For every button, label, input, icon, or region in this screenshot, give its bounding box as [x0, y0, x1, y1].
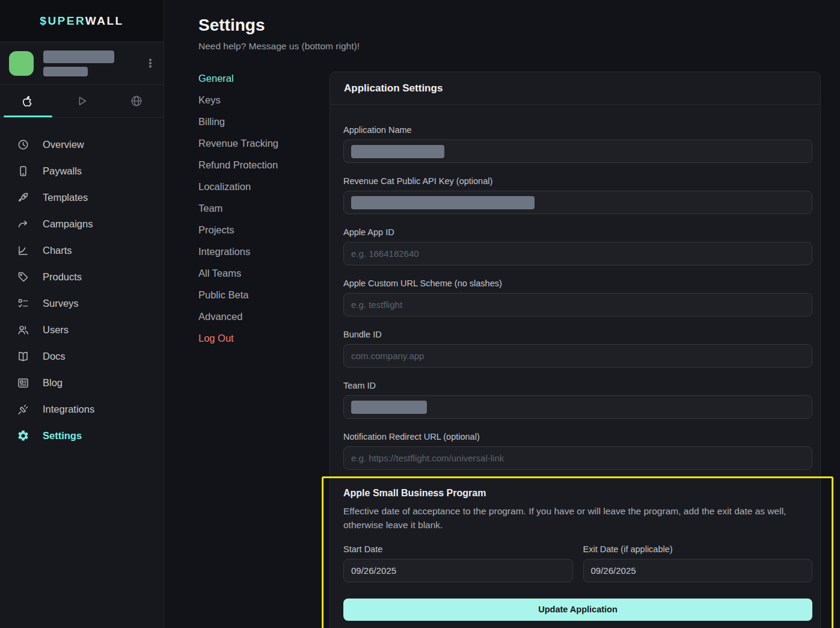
settings-icon: [17, 429, 29, 442]
sidebar-item-label: Blog: [43, 377, 63, 389]
field-input-redacted[interactable]: [343, 140, 812, 163]
sidebar-item-blog[interactable]: Blog: [0, 369, 164, 396]
start-date-input[interactable]: [343, 559, 573, 582]
settings-nav: GeneralKeysBillingRevenue TrackingRefund…: [198, 72, 330, 354]
app-root: $UPERWALL OverviewPaywallsTemplatesCampa…: [0, 0, 840, 628]
sidebar-item-charts[interactable]: Charts: [0, 237, 164, 263]
users-icon: [17, 324, 29, 336]
settings-nav-refund-protection[interactable]: Refund Protection: [198, 159, 330, 171]
card-title: Application Settings: [330, 72, 820, 105]
sidebar-item-label: Docs: [43, 351, 66, 362]
redacted-account-name: [43, 51, 114, 63]
sidebar-item-campaigns[interactable]: Campaigns: [0, 211, 164, 237]
docs-icon: [17, 350, 29, 363]
field-bundle-id: Bundle ID: [343, 330, 812, 368]
sidebar-item-surveys[interactable]: Surveys: [0, 290, 164, 316]
paywalls-icon: [17, 165, 29, 177]
sidebar: $UPERWALL OverviewPaywallsTemplatesCampa…: [0, 0, 164, 628]
settings-nav-advanced[interactable]: Advanced: [198, 311, 330, 322]
field-label: Apple Custom URL Scheme (no slashes): [343, 279, 812, 288]
sidebar-item-docs[interactable]: Docs: [0, 343, 164, 369]
settings-nav-keys[interactable]: Keys: [198, 94, 330, 106]
tab-platform-globe[interactable]: [109, 85, 164, 117]
settings-nav-general[interactable]: General: [198, 73, 330, 84]
date-row: Start Date Exit Date (if applicable): [343, 544, 812, 582]
field-label: Team ID: [343, 381, 812, 390]
settings-nav-team[interactable]: Team: [198, 203, 330, 214]
exit-date-label: Exit Date (if applicable): [583, 544, 813, 554]
page-title: Settings: [198, 16, 840, 35]
sidebar-item-products[interactable]: Products: [0, 263, 164, 290]
settings-nav-billing[interactable]: Billing: [198, 116, 330, 128]
sidebar-item-label: Surveys: [43, 298, 79, 309]
sidebar-item-label: Paywalls: [43, 165, 82, 177]
small-business-section: Apple Small Business Program Effective d…: [343, 488, 812, 621]
sidebar-item-label: Overview: [43, 139, 84, 150]
apple-icon: [20, 94, 34, 108]
field-label: Revenue Cat Public API Key (optional): [343, 176, 812, 186]
sidebar-item-label: Campaigns: [43, 218, 93, 230]
field-label: Application Name: [343, 125, 812, 135]
campaigns-icon: [17, 218, 29, 230]
charts-icon: [17, 244, 29, 257]
sidebar-item-integrations[interactable]: Integrations: [0, 396, 164, 422]
field-input[interactable]: [343, 242, 812, 265]
field-input[interactable]: [343, 344, 812, 368]
sidebar-item-overview[interactable]: Overview: [0, 131, 164, 158]
sidebar-item-label: Settings: [43, 430, 82, 442]
exit-date-field: Exit Date (if applicable): [583, 544, 813, 582]
templates-icon: [17, 191, 29, 204]
main-content: Settings Need help? Message us (bottom r…: [164, 0, 840, 628]
sidebar-nav: OverviewPaywallsTemplatesCampaignsCharts…: [0, 118, 164, 449]
settings-nav-revenue-tracking[interactable]: Revenue Tracking: [198, 138, 330, 149]
settings-nav-log-out[interactable]: Log Out: [198, 333, 330, 344]
settings-nav-integrations[interactable]: Integrations: [198, 246, 330, 257]
settings-nav-localization[interactable]: Localization: [198, 181, 330, 192]
surveys-icon: [17, 297, 29, 310]
logo-accent-text: $UPER: [40, 14, 85, 27]
page-subtitle: Need help? Message us (bottom right)!: [198, 41, 840, 52]
google-play-icon: [75, 94, 88, 108]
tab-platform-google-play[interactable]: [55, 85, 109, 117]
redacted-value: [351, 401, 427, 414]
sidebar-item-settings[interactable]: Settings: [0, 422, 164, 449]
field-input-redacted[interactable]: [343, 191, 812, 214]
field-notification-redirect-url-optional-: Notification Redirect URL (optional): [343, 432, 812, 470]
field-input[interactable]: [343, 446, 812, 470]
fields-container: Application NameRevenue Cat Public API K…: [343, 125, 812, 470]
sidebar-item-paywalls[interactable]: Paywalls: [0, 158, 164, 184]
small-business-title: Apple Small Business Program: [343, 488, 812, 499]
avatar: [9, 51, 34, 76]
exit-date-input[interactable]: [583, 559, 813, 582]
settings-nav-public-beta[interactable]: Public Beta: [198, 289, 330, 301]
overview-icon: [17, 138, 29, 151]
field-label: Bundle ID: [343, 330, 812, 339]
sidebar-item-label: Users: [43, 324, 69, 336]
account-name-redacted: [43, 51, 135, 76]
field-input[interactable]: [343, 293, 812, 316]
sidebar-item-label: Charts: [43, 245, 72, 256]
settings-nav-projects[interactable]: Projects: [198, 224, 330, 236]
account-switcher[interactable]: [0, 42, 164, 85]
kebab-menu-icon[interactable]: [144, 57, 156, 69]
content-row: GeneralKeysBillingRevenue TrackingRefund…: [198, 72, 840, 628]
redacted-value: [351, 145, 444, 158]
sidebar-item-label: Products: [43, 271, 82, 283]
settings-nav-all-teams[interactable]: All Teams: [198, 268, 330, 279]
field-revenue-cat-public-api-key-optional-: Revenue Cat Public API Key (optional): [343, 176, 812, 214]
card-body: Application NameRevenue Cat Public API K…: [330, 105, 820, 628]
application-settings-card: Application Settings Application NameRev…: [330, 72, 821, 628]
update-application-button[interactable]: Update Application: [343, 599, 812, 621]
field-apple-app-id: Apple App ID: [343, 227, 812, 265]
sidebar-item-users[interactable]: Users: [0, 316, 164, 343]
start-date-label: Start Date: [343, 544, 573, 554]
tab-platform-apple[interactable]: [0, 85, 55, 117]
field-input-redacted[interactable]: [343, 395, 812, 419]
field-application-name: Application Name: [343, 125, 812, 163]
field-label: Apple App ID: [343, 227, 812, 237]
sidebar-item-templates[interactable]: Templates: [0, 184, 164, 211]
blog-icon: [17, 377, 29, 389]
small-business-description: Effective date of acceptance to the prog…: [343, 504, 812, 532]
sidebar-item-label: Integrations: [43, 404, 94, 415]
field-label: Notification Redirect URL (optional): [343, 432, 812, 442]
